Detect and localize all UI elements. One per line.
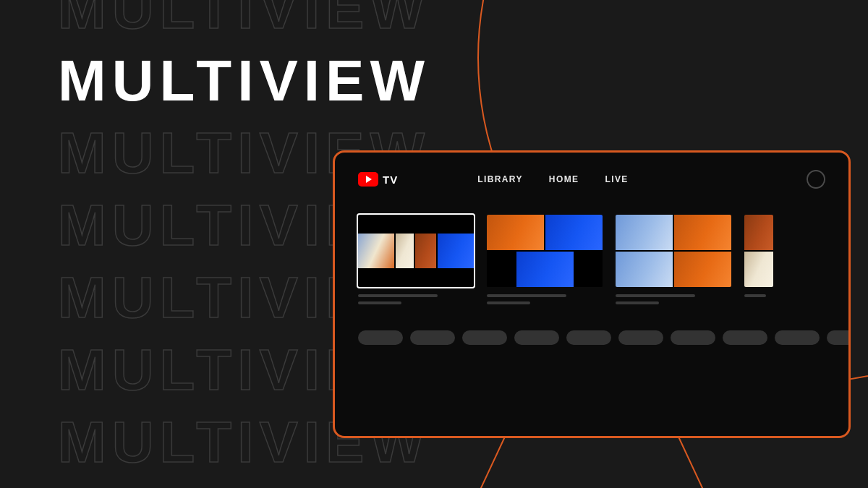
tv-stand bbox=[469, 438, 715, 488]
title-word: MULTIVIEW bbox=[58, 52, 430, 110]
card-meta bbox=[487, 294, 603, 309]
logo-text: TV bbox=[383, 174, 398, 186]
filter-pill[interactable] bbox=[827, 330, 851, 345]
filter-pill[interactable] bbox=[775, 330, 820, 345]
tv-header: TV LIBRARY HOME LIVE bbox=[335, 153, 848, 197]
tv-nav: LIBRARY HOME LIVE bbox=[477, 174, 629, 184]
layout-card-2[interactable] bbox=[487, 215, 603, 309]
filter-pill[interactable] bbox=[566, 330, 611, 345]
nav-library[interactable]: LIBRARY bbox=[477, 174, 523, 184]
layout-thumb-single bbox=[358, 215, 474, 287]
category-pill-row bbox=[335, 309, 848, 345]
tv-illustration: TV LIBRARY HOME LIVE bbox=[333, 150, 851, 438]
nav-home[interactable]: HOME bbox=[549, 174, 579, 184]
profile-avatar[interactable] bbox=[807, 170, 825, 189]
multiview-layout-row bbox=[335, 197, 848, 309]
nav-live[interactable]: LIVE bbox=[605, 174, 628, 184]
layout-card-1[interactable] bbox=[358, 215, 474, 309]
layout-card-3[interactable] bbox=[616, 215, 731, 309]
filter-pill[interactable] bbox=[671, 330, 715, 345]
card-meta bbox=[358, 294, 474, 309]
filter-pill[interactable] bbox=[462, 330, 507, 345]
filter-pill[interactable] bbox=[358, 330, 403, 345]
filter-pill[interactable] bbox=[618, 330, 663, 345]
filter-pill[interactable] bbox=[723, 330, 767, 345]
filter-pill[interactable] bbox=[410, 330, 455, 345]
filter-pill[interactable] bbox=[514, 330, 559, 345]
tv-screen: TV LIBRARY HOME LIVE bbox=[333, 150, 851, 438]
background-word: MULTIVIEW bbox=[58, 0, 430, 38]
card-meta bbox=[744, 294, 773, 301]
youtube-play-icon bbox=[358, 172, 378, 187]
layout-thumb-quad bbox=[616, 215, 731, 287]
card-meta bbox=[616, 294, 731, 309]
layout-card-4[interactable] bbox=[744, 215, 773, 309]
layout-thumb-peek bbox=[744, 215, 773, 287]
youtube-tv-logo[interactable]: TV bbox=[358, 172, 398, 187]
layout-thumb-three bbox=[487, 215, 603, 287]
